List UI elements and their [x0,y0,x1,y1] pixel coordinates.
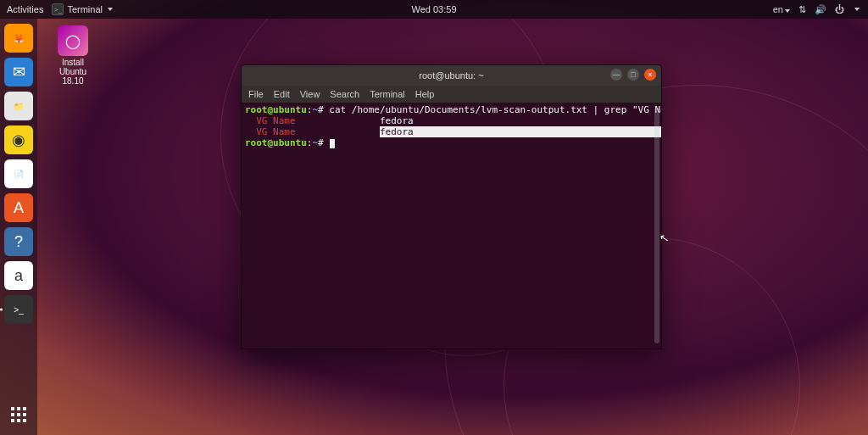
dock-item-libreoffice[interactable]: 📄 [4,159,33,188]
dock-item-rhythmbox[interactable]: ◉ [4,125,33,154]
scrollbar[interactable] [654,108,659,343]
show-applications-button[interactable] [7,403,31,427]
dock: 🦊✉📁◉📄A?a>_ [0,19,37,435]
dock-item-terminal[interactable]: >_ [4,295,33,324]
ubuntu-logo-icon: ◯ [58,25,88,56]
dock-item-firefox[interactable]: 🦊 [4,24,33,53]
menu-terminal[interactable]: Terminal [370,89,405,99]
terminal-window: root@ubuntu: ~ — □ × File Edit View Sear… [241,64,662,349]
top-bar: Activities >_ Terminal Wed 03:59 en ⇅ 🔊 … [0,0,868,19]
language-indicator[interactable]: en [773,4,790,14]
menu-bar: File Edit View Search Terminal Help [242,86,661,103]
network-icon[interactable]: ⇅ [798,4,806,15]
menu-search[interactable]: Search [330,89,359,99]
minimize-button[interactable]: — [610,69,622,81]
chevron-down-icon [854,8,860,11]
terminal-line: VG Name fedora [245,126,658,137]
terminal-line: VG Name fedora [245,115,658,126]
activities-button[interactable]: Activities [7,4,43,14]
terminal-icon: >_ [52,3,64,15]
app-menu[interactable]: >_ Terminal [52,3,113,15]
install-ubuntu-desktop-icon[interactable]: ◯ Install Ubuntu 18.10 [47,25,98,86]
terminal-cursor [330,139,335,148]
menu-help[interactable]: Help [415,89,435,99]
window-title: root@ubuntu: ~ [419,70,483,81]
menu-view[interactable]: View [300,89,320,99]
desktop-icon-label: Install Ubuntu 18.10 [47,58,98,86]
close-button[interactable]: × [644,69,656,81]
power-icon[interactable]: ⏻ [835,4,844,14]
menu-file[interactable]: File [248,89,264,99]
app-name: Terminal [67,4,103,14]
maximize-button[interactable]: □ [627,69,639,81]
terminal-line: root@ubuntu:~# cat /home/ubuntu/Document… [245,104,658,115]
dock-item-amazon[interactable]: a [4,261,33,290]
clock[interactable]: Wed 03:59 [411,4,456,14]
terminal-line: root@ubuntu:~# [245,137,658,148]
volume-icon[interactable]: 🔊 [815,4,826,15]
dock-item-files[interactable]: 📁 [4,92,33,120]
window-title-bar[interactable]: root@ubuntu: ~ — □ × [242,65,661,86]
menu-edit[interactable]: Edit [274,89,290,99]
dock-item-software[interactable]: A [4,193,33,222]
chevron-down-icon [108,8,113,11]
terminal-body[interactable]: root@ubuntu:~# cat /home/ubuntu/Document… [242,103,661,349]
dock-item-help[interactable]: ? [4,227,33,256]
dock-item-thunderbird[interactable]: ✉ [4,58,33,86]
